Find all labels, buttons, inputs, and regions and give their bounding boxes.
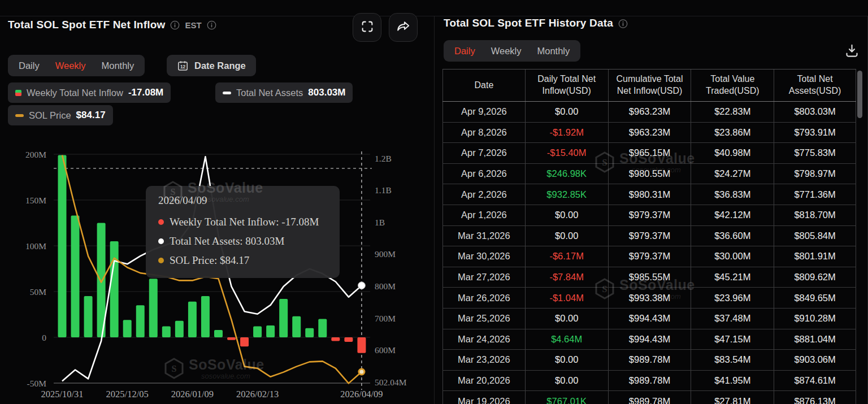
table-cell: $809.62M [774, 267, 856, 288]
inflow-bar[interactable] [71, 216, 80, 337]
inflow-bar[interactable] [214, 330, 223, 337]
table-scrollbar-thumb[interactable] [857, 71, 862, 118]
inflow-bar[interactable] [253, 327, 262, 337]
fullscreen-icon [360, 19, 375, 36]
series-dot-icon [158, 238, 164, 244]
inflow-bar[interactable] [58, 155, 67, 337]
inflow-bar[interactable] [123, 320, 132, 337]
table-cell: $246.98K [526, 164, 609, 184]
tab-monthly[interactable]: Monthly [530, 40, 577, 62]
left-axis-tick: 100M [25, 241, 46, 251]
share-icon [396, 19, 411, 36]
legend-sol-price[interactable]: SOL Price $84.17 [8, 105, 113, 125]
svg-text:12: 12 [180, 64, 186, 69]
table-row[interactable]: Mar 26,2026-$1.04M$993.38M$23.96M$849.65… [442, 288, 856, 309]
timezone-label: EST [185, 20, 201, 30]
table-row[interactable]: Mar 23,2026$0.00$989.78M$83.54M$903.06M [442, 350, 856, 371]
inflow-bar[interactable] [279, 299, 288, 337]
inflow-bar[interactable] [344, 337, 353, 342]
table-row[interactable]: Apr 9,2026$0.00$963.23M$22.83M$803.03M [442, 102, 856, 123]
table-cell: $0.00 [526, 205, 609, 225]
inflow-bar[interactable] [175, 321, 184, 337]
table-cell: $30.00M [691, 246, 774, 267]
column-header: Total Net Assets(USD) [774, 69, 856, 101]
inflow-bar[interactable] [201, 296, 210, 337]
inflow-bar[interactable] [240, 337, 249, 346]
tab-weekly[interactable]: Weekly [48, 55, 93, 76]
table-row[interactable]: Mar 24,2026$4.64M$994.43M$47.15M$881.04M [442, 329, 856, 350]
table-cell: Mar 25,2026 [442, 309, 526, 329]
table-row[interactable]: Apr 6,2026$246.98K$980.55M$24.27M$798.97… [442, 164, 856, 185]
left-axis-tick: -50M [27, 379, 47, 388]
table-row[interactable]: Mar 27,2026-$7.84M$985.55M$45.21M$809.62… [442, 267, 856, 288]
tab-daily[interactable]: Daily [447, 40, 483, 62]
inflow-bar[interactable] [227, 337, 236, 340]
right-axis-tick: 800M [375, 281, 396, 291]
table-cell: $23.96M [691, 288, 774, 308]
info-icon[interactable] [170, 20, 180, 30]
inflow-bar[interactable] [331, 337, 340, 341]
table-row[interactable]: Apr 7,2026-$15.40M$965.15M$40.98M$775.83… [442, 143, 856, 164]
table-cell: $0.00 [526, 309, 609, 329]
table-row[interactable]: Mar 31,2026$0.00$979.37M$36.60M$805.84M [442, 226, 856, 247]
table-cell: Apr 9,2026 [442, 102, 526, 122]
info-icon[interactable] [618, 19, 628, 28]
chart-tooltip: 2026/04/09 Weekly Total Net Inflow: -17.… [146, 186, 340, 278]
fullscreen-button[interactable] [353, 13, 381, 42]
tab-monthly[interactable]: Monthly [94, 55, 141, 76]
table-row[interactable]: Apr 2,2026$932.85K$980.31M$36.83M$771.36… [442, 184, 856, 205]
inflow-bar[interactable] [162, 327, 171, 337]
column-header: Cumulative Total Net Inflow(USD) [609, 69, 692, 101]
inflow-bar[interactable] [136, 305, 145, 337]
inflow-bar[interactable] [305, 328, 314, 337]
table-cell: Mar 23,2026 [442, 350, 526, 370]
table-cell: $40.98M [691, 143, 774, 163]
right-axis-tick: 1B [375, 218, 385, 227]
table-cell: Apr 2,2026 [442, 184, 526, 205]
table-cell: $985.55M [609, 267, 692, 288]
table-cell: Mar 20,2026 [442, 371, 526, 391]
table-row[interactable]: Mar 30,2026-$6.17M$979.37M$30.00M$801.91… [442, 246, 856, 267]
x-axis-tick: 2025/12/05 [106, 389, 149, 399]
inflow-bar[interactable] [318, 319, 327, 337]
table-cell: $903.06M [774, 350, 856, 370]
share-button[interactable] [389, 13, 418, 42]
tab-daily[interactable]: Daily [11, 55, 47, 76]
date-range-button[interactable]: 12 Date Range [167, 55, 256, 76]
table-cell: Mar 30,2026 [442, 246, 526, 267]
series-dot-icon [158, 219, 164, 225]
series-dot-icon [158, 258, 164, 263]
table-row[interactable]: Mar 19,2026$767.01K$989.78M$27.81M$876.1… [442, 391, 856, 404]
inflow-bar[interactable] [188, 302, 197, 337]
table-row[interactable]: Mar 20,2026$0.00$989.78M$41.95M$874.61M [442, 371, 856, 392]
table-cell: Mar 31,2026 [442, 226, 526, 246]
table-cell: $980.31M [609, 184, 692, 205]
inflow-bar[interactable] [266, 325, 275, 337]
table-row[interactable]: Apr 8,2026-$1.92M$963.23M$23.86M$793.91M [442, 123, 856, 144]
table-row[interactable]: Mar 25,2026$0.00$994.43M$37.48M$910.28M [442, 309, 856, 329]
inflow-bar[interactable] [357, 337, 366, 353]
tooltip-date: 2026/04/09 [158, 194, 327, 207]
inflow-bar[interactable] [110, 241, 119, 337]
table-cell: $767.01K [526, 391, 609, 404]
inflow-bar[interactable] [292, 316, 301, 337]
inflow-bar[interactable] [149, 279, 158, 337]
table-cell: $910.28M [774, 309, 856, 329]
inflow-bar[interactable] [84, 296, 93, 337]
date-range-label: Date Range [194, 60, 246, 71]
table-cell: $37.48M [691, 309, 774, 329]
table-cell: $0.00 [526, 350, 609, 370]
legend-weekly-net-inflow[interactable]: Weekly Total Net Inflow -17.08M [8, 82, 171, 103]
info-icon[interactable] [207, 20, 216, 30]
tooltip-row: SOL Price: $84.17 [158, 251, 327, 270]
table-cell: $0.00 [526, 102, 609, 122]
table-row[interactable]: Apr 1,2026$0.00$979.37M$42.12M$818.70M [442, 205, 856, 226]
right-axis-tick: 1.2B [375, 154, 392, 163]
right-axis-tick: 1.1B [375, 185, 392, 195]
legend-total-net-assets[interactable]: Total Net Assets 803.03M [215, 82, 353, 103]
sol-etf-dashboard: Total SOL Spot ETF Net Inflow EST Daily … [0, 0, 868, 404]
right-axis-tick: 700M [375, 314, 396, 323]
table-cell: $963.23M [609, 102, 692, 122]
download-button[interactable] [843, 43, 860, 60]
tab-weekly[interactable]: Weekly [484, 40, 529, 62]
